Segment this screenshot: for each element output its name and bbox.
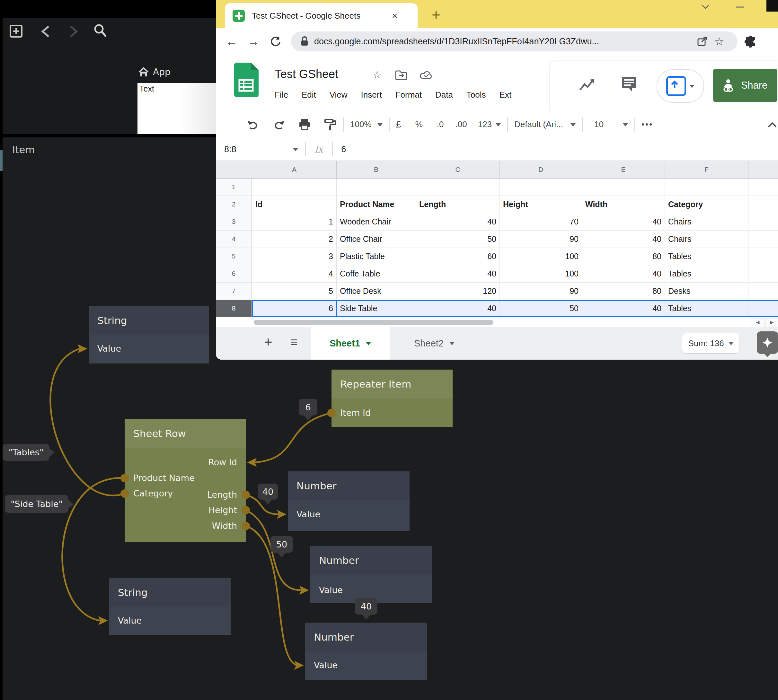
- port-item-id[interactable]: Item Id: [340, 408, 371, 418]
- undo-icon[interactable]: [247, 119, 260, 130]
- number-format-caret[interactable]: [496, 123, 501, 129]
- zoom-caret[interactable]: [377, 123, 382, 129]
- cell-G2[interactable]: [748, 196, 778, 213]
- scroll-left-icon[interactable]: ◄: [751, 318, 765, 327]
- horizontal-scrollbar[interactable]: [254, 320, 493, 325]
- column-header-E[interactable]: E: [582, 161, 665, 178]
- port-product-name[interactable]: Product Name: [133, 473, 195, 483]
- chevron-down-icon[interactable]: [701, 4, 710, 10]
- menu-edit[interactable]: Edit: [302, 90, 316, 100]
- star-icon[interactable]: ☆: [372, 69, 382, 81]
- item-label[interactable]: Item: [12, 144, 35, 155]
- cell-A3[interactable]: 1: [252, 213, 337, 230]
- node-string-bottom[interactable]: String Value: [109, 578, 230, 635]
- cell-B3[interactable]: Wooden Chair: [337, 213, 416, 230]
- cell-F4[interactable]: Chairs: [665, 230, 748, 248]
- cell-E4[interactable]: 40: [582, 230, 665, 248]
- menu-file[interactable]: File: [275, 90, 288, 100]
- add-sheet-button[interactable]: +: [264, 334, 272, 350]
- share-button[interactable]: Share: [713, 69, 777, 102]
- row-header-3[interactable]: 3: [216, 213, 252, 230]
- all-sheets-icon[interactable]: ≡: [290, 335, 297, 349]
- cell-B1[interactable]: [337, 178, 416, 196]
- sheet1-menu-caret[interactable]: [366, 342, 371, 348]
- cell-A4[interactable]: 2: [252, 230, 337, 248]
- cell-C7[interactable]: 120: [416, 283, 500, 300]
- increase-decimal-button[interactable]: .00: [455, 120, 467, 129]
- font-select[interactable]: Default (Ari...: [514, 120, 571, 129]
- port-category[interactable]: Category: [133, 488, 173, 498]
- cell-D8[interactable]: 50: [500, 300, 582, 317]
- scroll-right-icon[interactable]: ►: [765, 318, 778, 327]
- cell-D4[interactable]: 90: [500, 230, 582, 248]
- row-header-6[interactable]: 6: [216, 265, 252, 283]
- comment-icon[interactable]: [620, 75, 638, 93]
- port-value[interactable]: Value: [118, 615, 142, 625]
- name-box-caret[interactable]: [293, 148, 298, 154]
- node-number-width[interactable]: Number Value: [305, 623, 427, 680]
- cell-C2[interactable]: Length: [416, 196, 500, 213]
- column-header-F[interactable]: F: [665, 161, 748, 178]
- cell-G4[interactable]: [748, 230, 778, 248]
- url-text[interactable]: docs.google.com/spreadsheets/d/1D3IRuxIl…: [314, 37, 696, 47]
- cell-C6[interactable]: 40: [416, 265, 500, 283]
- cell-D5[interactable]: 100: [500, 248, 582, 265]
- search-icon[interactable]: [92, 22, 109, 40]
- port-value[interactable]: Value: [297, 509, 320, 519]
- cell-B4[interactable]: Office Chair: [337, 230, 416, 248]
- back-icon[interactable]: [40, 25, 52, 38]
- new-tab-button[interactable]: +: [432, 8, 441, 21]
- cell-B2[interactable]: Product Name: [337, 196, 416, 213]
- back-icon[interactable]: ←: [225, 35, 238, 48]
- cell-C4[interactable]: 50: [416, 230, 500, 248]
- column-header-D[interactable]: D: [500, 161, 582, 178]
- port-row-id[interactable]: Row Id: [208, 457, 237, 467]
- row-header-2[interactable]: 2: [216, 196, 252, 213]
- row-header-5[interactable]: 5: [216, 248, 252, 265]
- cell-F1[interactable]: [665, 178, 748, 196]
- cell-C8[interactable]: 40: [416, 300, 500, 317]
- cell-F6[interactable]: Tables: [665, 265, 748, 283]
- cell-F2[interactable]: Category: [665, 196, 748, 213]
- cell-A1[interactable]: [252, 178, 337, 196]
- name-box[interactable]: 8:8: [216, 145, 298, 155]
- currency-format-button[interactable]: £: [396, 119, 401, 130]
- extensions-puzzle-icon[interactable]: [745, 35, 757, 48]
- font-caret[interactable]: [571, 123, 576, 129]
- cell-B7[interactable]: Office Desk: [337, 283, 416, 300]
- font-size-select[interactable]: 10: [594, 120, 604, 129]
- menu-data[interactable]: Data: [435, 90, 453, 100]
- number-format-button[interactable]: 123: [478, 120, 492, 129]
- cell-A7[interactable]: 5: [252, 283, 337, 300]
- node-number-height[interactable]: Number Value: [310, 546, 432, 603]
- cell-G5[interactable]: [748, 248, 778, 265]
- menu-view[interactable]: View: [330, 90, 347, 100]
- browser-tab[interactable]: Test GSheet - Google Sheets ×: [225, 3, 417, 28]
- spreadsheet-grid[interactable]: ABCDEF12IdProduct NameLengthHeightWidthC…: [216, 161, 778, 317]
- forward-icon[interactable]: [67, 25, 79, 38]
- cell-D6[interactable]: 100: [500, 265, 582, 283]
- menu-extensions[interactable]: Ext: [499, 90, 512, 100]
- app-root-row[interactable]: App: [138, 67, 170, 77]
- menu-format[interactable]: Format: [396, 90, 422, 100]
- percent-format-button[interactable]: %: [415, 120, 423, 129]
- present-button[interactable]: [656, 69, 704, 103]
- formula-input[interactable]: 6: [341, 145, 346, 155]
- cell-A5[interactable]: 3: [252, 248, 337, 265]
- corner-select-all[interactable]: [216, 161, 252, 178]
- insights-trend-icon[interactable]: [579, 78, 596, 92]
- cell-G3[interactable]: [748, 213, 778, 230]
- print-icon[interactable]: [298, 118, 311, 131]
- cell-E1[interactable]: [582, 178, 665, 196]
- port-height[interactable]: Height: [209, 505, 237, 515]
- cell-D2[interactable]: Height: [500, 196, 582, 213]
- zoom-select[interactable]: 100%: [350, 120, 372, 129]
- column-header-A[interactable]: A: [252, 161, 337, 178]
- more-toolbar-button[interactable]: •••: [641, 120, 653, 129]
- port-width[interactable]: Width: [212, 521, 237, 531]
- sheet2-menu-caret[interactable]: [449, 342, 454, 348]
- sheet-tab-sheet2[interactable]: Sheet2: [399, 327, 470, 360]
- port-value[interactable]: Value: [319, 585, 343, 595]
- sheet-tab-sheet1[interactable]: Sheet1: [311, 327, 390, 360]
- omnibox[interactable]: docs.google.com/spreadsheets/d/1D3IRuxIl…: [291, 32, 738, 52]
